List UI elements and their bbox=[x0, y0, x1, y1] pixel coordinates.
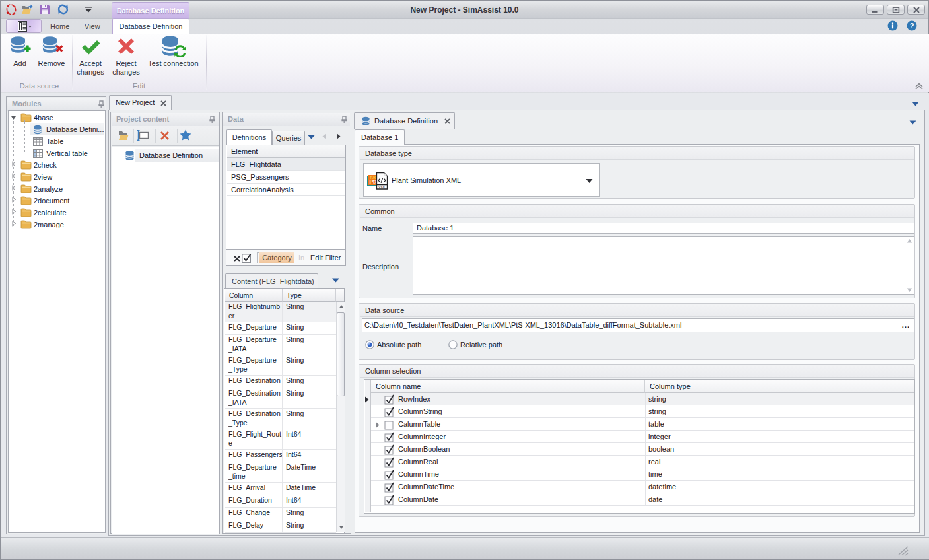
svg-text:XML: XML bbox=[378, 186, 386, 190]
svg-text:?: ? bbox=[910, 22, 914, 30]
